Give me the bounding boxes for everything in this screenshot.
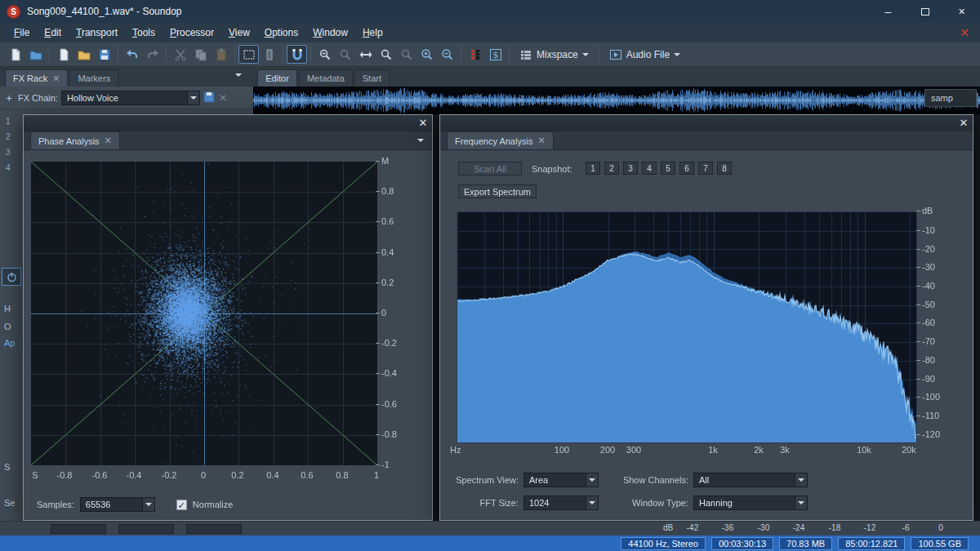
zoom-window-button[interactable]	[376, 45, 396, 64]
open-project-button[interactable]	[74, 45, 94, 64]
selection-tool-button[interactable]	[238, 45, 259, 64]
save-button[interactable]	[94, 45, 114, 64]
audio-file-label: Audio File	[626, 49, 670, 60]
snap-magnet-button[interactable]	[287, 45, 307, 64]
fx-slot-number: 2	[6, 132, 19, 141]
zoom-in-horizontal-button[interactable]	[416, 45, 437, 64]
save-chain-icon[interactable]	[203, 91, 216, 104]
level-meter-button[interactable]	[465, 45, 485, 64]
db-tick: -100	[922, 391, 956, 402]
redo-button[interactable]	[142, 45, 163, 64]
copy-button[interactable]	[190, 45, 211, 64]
hz-tick: 3k	[768, 445, 801, 455]
close-icon[interactable]: ✕	[414, 115, 432, 131]
hz-tick: 300	[617, 445, 650, 455]
mixspace-label: Mixspace	[537, 49, 578, 60]
hz-axis-label: Hz	[450, 445, 470, 455]
new-project-button[interactable]	[53, 45, 74, 64]
tab-close-icon[interactable]: ✕	[105, 136, 112, 145]
time-selection-tool-button[interactable]	[259, 45, 279, 64]
phase-x-tick: -0.8	[50, 469, 79, 481]
close-button[interactable]: ×	[943, 0, 980, 23]
menu-edit[interactable]: Edit	[37, 24, 69, 41]
ruler-units-box[interactable]: samp	[924, 89, 977, 107]
snapshot-8-button[interactable]: 8	[717, 162, 732, 175]
snapshot-label: Snapshot:	[532, 164, 572, 174]
spectrum-view-select[interactable]: Area	[523, 473, 599, 487]
menu-file[interactable]: File	[7, 24, 37, 41]
zoom-disabled-button[interactable]	[335, 45, 355, 64]
meter-field[interactable]	[51, 524, 106, 534]
zoom-out-horizontal-button[interactable]	[437, 45, 457, 64]
tab-editor[interactable]: Editor	[257, 69, 297, 87]
fx-slot-number: 1	[6, 117, 19, 126]
mixspace-dropdown[interactable]: Mixspace	[513, 45, 595, 64]
zoom-out-button[interactable]	[314, 45, 335, 64]
menu-tools[interactable]: Tools	[125, 24, 163, 41]
tab-phase-analysis[interactable]: Phase Analysis ✕	[30, 131, 120, 149]
open-file-button[interactable]	[25, 45, 46, 64]
meter-tick: -42	[680, 523, 705, 532]
chevron-down-icon	[582, 53, 589, 56]
scroll-horizontal-button[interactable]	[355, 45, 376, 64]
snapshot-1-button[interactable]: 1	[586, 162, 600, 175]
snapshot-7-button[interactable]: 7	[698, 162, 713, 175]
export-spectrum-button[interactable]: Export Spectrum	[458, 184, 537, 198]
window-type-select[interactable]: Hanning	[693, 495, 808, 510]
tab-start[interactable]: Start	[354, 69, 390, 87]
menu-options[interactable]: Options	[257, 24, 305, 41]
panel-tabs-menu-icon[interactable]	[235, 73, 242, 77]
show-channels-select[interactable]: All	[693, 473, 808, 487]
snapshot-6-button[interactable]: 6	[679, 162, 694, 175]
menu-help[interactable]: Help	[355, 24, 390, 41]
time-selection-tool-icon	[263, 48, 276, 61]
snapshot-3-button[interactable]: 3	[623, 162, 638, 175]
audio-file-dropdown[interactable]: Audio File	[603, 45, 687, 64]
tab-fx-rack[interactable]: FX Rack ✕	[5, 69, 68, 87]
tab-markers[interactable]: Markers	[69, 69, 118, 87]
waveform-overview[interactable]: samp	[253, 87, 980, 114]
meter-tick: 0	[929, 523, 953, 532]
tabbar-menu-icon[interactable]	[417, 139, 424, 142]
menu-transport[interactable]: Transport	[69, 24, 125, 41]
toolbar-separator	[49, 47, 50, 63]
ruler-units-label: samp	[931, 93, 953, 103]
new-project-icon	[57, 48, 70, 61]
waveform-overview-canvas[interactable]	[253, 87, 980, 114]
freq-window-titlebar[interactable]: ✕	[440, 115, 973, 131]
close-icon[interactable]: ✕	[955, 115, 973, 131]
maximize-button[interactable]	[906, 0, 943, 23]
normalize-checkbox[interactable]: ✓	[176, 500, 187, 510]
undo-button[interactable]	[122, 45, 142, 64]
paste-button[interactable]	[211, 45, 231, 64]
cut-button[interactable]	[170, 45, 190, 64]
new-file-button[interactable]	[5, 45, 25, 64]
meter-field[interactable]	[118, 524, 174, 534]
samples-select[interactable]: 65536	[80, 497, 155, 512]
spectral-view-button[interactable]: $	[485, 45, 506, 64]
tab-metadata[interactable]: Metadata	[299, 69, 353, 87]
menu-window[interactable]: Window	[305, 24, 355, 41]
minimize-button[interactable]: –	[870, 0, 906, 23]
delete-chain-icon[interactable]: ✕	[219, 92, 227, 104]
tab-frequency-analysis[interactable]: Frequency Analysis ✕	[447, 131, 554, 149]
scan-all-button[interactable]: Scan All	[458, 162, 522, 176]
open-project-icon	[78, 48, 91, 61]
fx-power-button[interactable]	[2, 268, 21, 286]
tab-close-icon[interactable]: ✕	[537, 136, 545, 145]
tab-close-icon[interactable]: ✕	[52, 74, 60, 83]
phase-window-titlebar[interactable]: ✕	[24, 115, 432, 131]
snapshot-2-button[interactable]: 2	[604, 162, 619, 175]
menu-processor[interactable]: Processor	[163, 24, 221, 41]
fx-chain-select[interactable]: Hollow Voice	[61, 91, 200, 105]
close-document-icon[interactable]: ✕	[956, 26, 973, 39]
snapshot-5-button[interactable]: 5	[661, 162, 675, 175]
add-fx-icon[interactable]: ＋	[3, 92, 15, 104]
meter-field[interactable]	[186, 524, 242, 534]
menu-view[interactable]: View	[221, 24, 257, 41]
phase-x-tick: 0.4	[258, 469, 287, 481]
title-bar[interactable]: S Song009_44100_1.wav* - Soundop – ×	[0, 0, 980, 23]
zoom-reset-button[interactable]	[396, 45, 416, 64]
fft-size-select[interactable]: 1024	[523, 495, 599, 510]
snapshot-4-button[interactable]: 4	[642, 162, 657, 175]
